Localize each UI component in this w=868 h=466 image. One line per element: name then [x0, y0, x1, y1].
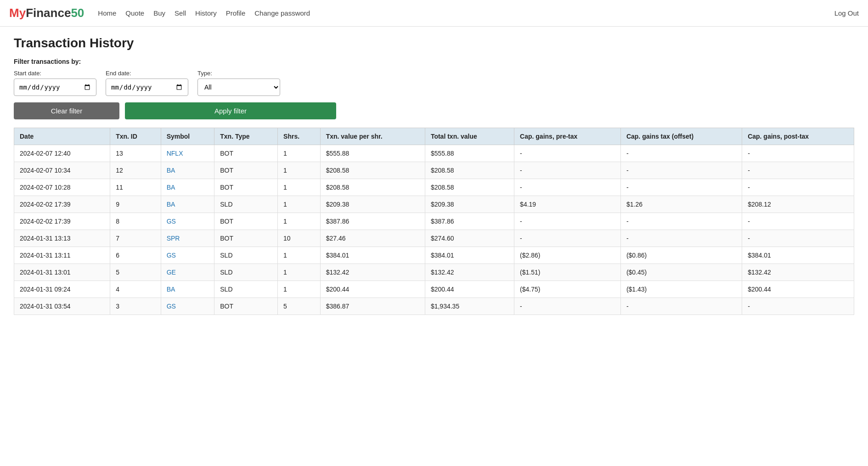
col-txn-type: Txn. Type: [214, 128, 278, 145]
col-total-value: Total txn. value: [425, 128, 514, 145]
cell-txn-id: 7: [110, 230, 161, 247]
cell-cap-pre: -: [514, 230, 621, 247]
cell-cap-pre: ($1.51): [514, 264, 621, 281]
cell-cap-post: $384.01: [742, 247, 854, 264]
cell-total-value: $208.58: [425, 179, 514, 196]
cell-txn-type: BOT: [214, 179, 278, 196]
cell-cap-pre: -: [514, 298, 621, 315]
symbol-link[interactable]: NFLX: [167, 150, 183, 157]
col-shrs: Shrs.: [278, 128, 321, 145]
symbol-link[interactable]: GS: [167, 218, 176, 225]
cell-total-value: $274.60: [425, 230, 514, 247]
start-date-input[interactable]: [14, 79, 96, 96]
nav-buy[interactable]: Buy: [153, 9, 165, 17]
end-date-input[interactable]: [106, 79, 188, 96]
cell-shrs: 10: [278, 230, 321, 247]
cell-symbol: BA: [161, 162, 214, 179]
type-select[interactable]: All BOT SLD: [197, 79, 280, 96]
cell-cap-tax: -: [620, 298, 742, 315]
cell-symbol: BA: [161, 281, 214, 298]
col-cap-tax: Cap. gains tax (offset): [620, 128, 742, 145]
symbol-link[interactable]: SPR: [167, 235, 180, 242]
cell-value-per-shr: $386.87: [320, 298, 425, 315]
start-date-group: Start date:: [14, 70, 96, 96]
cell-txn-type: BOT: [214, 145, 278, 162]
cell-symbol: BA: [161, 196, 214, 213]
end-date-label: End date:: [106, 70, 188, 77]
symbol-link[interactable]: GS: [167, 252, 176, 259]
col-value-per-shr: Txn. value per shr.: [320, 128, 425, 145]
nav-sell[interactable]: Sell: [175, 9, 186, 17]
cell-date: 2024-02-02 17:39: [14, 196, 110, 213]
type-group: Type: All BOT SLD: [197, 70, 280, 96]
table-row: 2024-02-07 12:40 13 NFLX BOT 1 $555.88 $…: [14, 145, 854, 162]
cell-value-per-shr: $555.88: [320, 145, 425, 162]
cell-txn-type: SLD: [214, 281, 278, 298]
table-row: 2024-01-31 13:13 7 SPR BOT 10 $27.46 $27…: [14, 230, 854, 247]
cell-cap-tax: -: [620, 230, 742, 247]
col-txn-id: Txn. ID: [110, 128, 161, 145]
nav-quote[interactable]: Quote: [125, 9, 144, 17]
cell-cap-post: -: [742, 162, 854, 179]
symbol-link[interactable]: BA: [167, 184, 175, 191]
symbol-link[interactable]: GS: [167, 303, 176, 310]
symbol-link[interactable]: BA: [167, 167, 175, 174]
table-row: 2024-01-31 09:24 4 BA SLD 1 $200.44 $200…: [14, 281, 854, 298]
cell-shrs: 1: [278, 196, 321, 213]
cell-symbol: GS: [161, 213, 214, 230]
cell-txn-type: SLD: [214, 264, 278, 281]
cell-date: 2024-01-31 13:13: [14, 230, 110, 247]
cell-cap-pre: -: [514, 162, 621, 179]
cell-txn-id: 12: [110, 162, 161, 179]
nav-change-password[interactable]: Change password: [254, 9, 310, 17]
nav-history[interactable]: History: [195, 9, 217, 17]
cell-symbol: GE: [161, 264, 214, 281]
nav-links: Home Quote Buy Sell History Profile Chan…: [98, 9, 834, 17]
cell-value-per-shr: $132.42: [320, 264, 425, 281]
cell-shrs: 1: [278, 213, 321, 230]
col-symbol: Symbol: [161, 128, 214, 145]
cell-cap-tax: $1.26: [620, 196, 742, 213]
cell-shrs: 1: [278, 281, 321, 298]
page-title: Transaction History: [14, 36, 854, 51]
cell-shrs: 1: [278, 247, 321, 264]
cell-value-per-shr: $387.86: [320, 213, 425, 230]
cell-symbol: SPR: [161, 230, 214, 247]
table-header: Date Txn. ID Symbol Txn. Type Shrs. Txn.…: [14, 128, 854, 145]
cell-date: 2024-02-07 10:28: [14, 179, 110, 196]
symbol-link[interactable]: BA: [167, 286, 175, 293]
cell-cap-pre: $4.19: [514, 196, 621, 213]
cell-value-per-shr: $27.46: [320, 230, 425, 247]
cell-value-per-shr: $209.38: [320, 196, 425, 213]
brand-logo: MyFinance50: [9, 6, 84, 20]
cell-cap-tax: -: [620, 145, 742, 162]
cell-total-value: $384.01: [425, 247, 514, 264]
cell-cap-tax: -: [620, 162, 742, 179]
cell-cap-post: -: [742, 145, 854, 162]
cell-total-value: $132.42: [425, 264, 514, 281]
start-date-label: Start date:: [14, 70, 96, 77]
cell-cap-post: -: [742, 298, 854, 315]
clear-filter-button[interactable]: Clear filter: [14, 102, 119, 119]
symbol-link[interactable]: BA: [167, 201, 175, 208]
cell-shrs: 1: [278, 162, 321, 179]
nav-profile[interactable]: Profile: [226, 9, 246, 17]
cell-value-per-shr: $208.58: [320, 162, 425, 179]
navbar: MyFinance50 Home Quote Buy Sell History …: [0, 0, 868, 27]
table-body: 2024-02-07 12:40 13 NFLX BOT 1 $555.88 $…: [14, 145, 854, 315]
cell-total-value: $208.58: [425, 162, 514, 179]
filter-section: Filter transactions by: Start date: End …: [14, 58, 854, 119]
cell-txn-type: BOT: [214, 162, 278, 179]
cell-txn-type: BOT: [214, 298, 278, 315]
logout-button[interactable]: Log Out: [834, 9, 859, 17]
cell-value-per-shr: $384.01: [320, 247, 425, 264]
symbol-link[interactable]: GE: [167, 269, 176, 276]
cell-cap-post: -: [742, 230, 854, 247]
apply-filter-button[interactable]: Apply filter: [125, 102, 336, 119]
nav-home[interactable]: Home: [98, 9, 116, 17]
cell-total-value: $387.86: [425, 213, 514, 230]
table-row: 2024-02-02 17:39 9 BA SLD 1 $209.38 $209…: [14, 196, 854, 213]
table-row: 2024-02-02 17:39 8 GS BOT 1 $387.86 $387…: [14, 213, 854, 230]
cell-cap-pre: -: [514, 145, 621, 162]
cell-txn-type: SLD: [214, 196, 278, 213]
